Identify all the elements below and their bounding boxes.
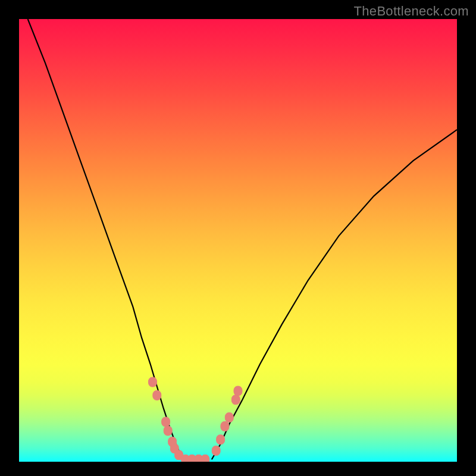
data-marker — [162, 417, 170, 427]
data-marker — [231, 395, 240, 405]
data-marker — [217, 435, 225, 444]
data-marker — [201, 455, 209, 462]
data-marker — [153, 390, 161, 400]
right-curve-line — [212, 130, 457, 459]
plot-area — [19, 19, 457, 462]
data-marker — [149, 377, 157, 387]
data-markers — [149, 377, 243, 462]
data-marker — [221, 422, 229, 431]
data-marker — [234, 386, 242, 396]
data-marker — [212, 446, 220, 455]
chart-svg — [19, 19, 457, 462]
watermark-text: TheBottleneck.com — [354, 4, 469, 19]
data-marker — [164, 426, 172, 436]
chart-frame: TheBottleneck.com — [0, 0, 476, 476]
data-marker — [225, 413, 233, 422]
